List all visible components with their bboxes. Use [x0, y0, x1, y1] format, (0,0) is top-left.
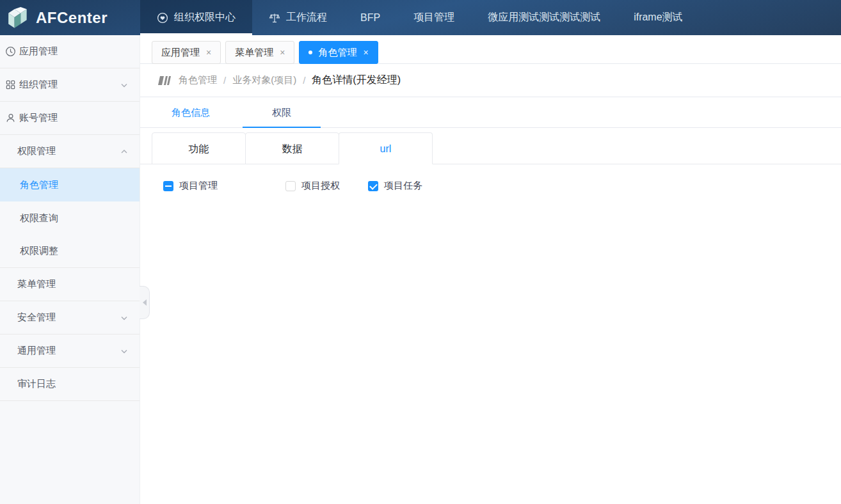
sidebar-item-account-management[interactable]: 账号管理 [0, 102, 140, 135]
page-tab-label: 角色管理 [318, 47, 356, 59]
sidebar-item-app-management[interactable]: 应用管理 [0, 35, 140, 68]
sidebar-item-label: 权限查询 [20, 212, 58, 224]
checkbox-checked[interactable] [368, 181, 378, 191]
sidebar-item-label: 审计日志 [17, 378, 56, 390]
sidebar-item-label: 账号管理 [19, 112, 58, 124]
checkbox-indeterminate[interactable] [163, 181, 173, 191]
nav-item-label: 项目管理 [413, 11, 454, 24]
main-content: 应用管理 × 菜单管理 × 角色管理 × [140, 35, 841, 504]
clock-icon [5, 46, 16, 57]
sidebar-item-label: 菜单管理 [17, 278, 56, 290]
nav-item-label: 工作流程 [286, 11, 327, 24]
brand-logo[interactable]: AFCenter [0, 0, 140, 35]
breadcrumb-item-role-management[interactable]: 角色管理 [179, 74, 217, 86]
sidebar-item-organization-management[interactable]: 组织管理 [0, 68, 140, 102]
active-dot-icon [308, 51, 312, 54]
close-icon[interactable]: × [280, 48, 285, 57]
brand-name: AFCenter [36, 9, 108, 27]
tab-label: 数据 [282, 143, 303, 154]
tab-permission[interactable]: 权限 [243, 97, 321, 127]
sidebar-item-permission-adjust[interactable]: 权限调整 [0, 235, 140, 268]
chevron-up-icon [120, 148, 128, 155]
page-tab-label: 菜单管理 [235, 47, 273, 59]
sidebar-item-label: 权限调整 [20, 245, 58, 257]
checkbox-label[interactable]: 项目管理 [179, 180, 218, 192]
sidebar-item-label: 通用管理 [17, 345, 56, 357]
breadcrumb: 角色管理 / 业务对象(项目) / 角色详情(开发经理) [140, 64, 841, 97]
user-icon [5, 113, 16, 123]
tab-label: 角色信息 [172, 107, 210, 118]
nav-item-microapp-test[interactable]: 微应用测试测试测试测试 [471, 0, 617, 35]
sidebar-item-security-management[interactable]: 安全管理 [0, 301, 140, 335]
chevron-down-icon [120, 347, 128, 355]
sidebar-item-general-management[interactable]: 通用管理 [0, 335, 140, 368]
nav-item-label: BFP [360, 12, 380, 24]
scale-icon [269, 12, 280, 24]
afcenter-logo-icon [6, 6, 31, 29]
page-tab-menu-management[interactable]: 菜单管理 × [225, 41, 294, 64]
sidebar-item-permission-query[interactable]: 权限查询 [0, 201, 140, 235]
heart-circle-icon [157, 12, 168, 24]
tab-label: 权限 [272, 107, 291, 118]
sidebar-item-label: 组织管理 [19, 79, 58, 91]
nav-item-iframe-test[interactable]: iframe测试 [617, 0, 699, 35]
url-permission-list: 项目管理 项目授权 项目任务 [140, 164, 841, 192]
tab-url[interactable]: url [339, 132, 433, 164]
chevron-down-icon [120, 314, 128, 322]
permission-item-project-authorization: 项目授权 [285, 180, 340, 192]
nav-item-label: 微应用测试测试测试测试 [488, 11, 600, 24]
close-icon[interactable]: × [363, 48, 368, 57]
checkbox-unchecked[interactable] [285, 181, 296, 191]
nav-item-label: iframe测试 [634, 11, 682, 24]
top-navigation: 组织权限中心 工作流程 BFP 项目管理 微应用测试测试测试测试 [140, 0, 700, 35]
slashes-icon [157, 75, 172, 86]
permission-type-tabs: 功能 数据 url [140, 128, 841, 164]
tab-function[interactable]: 功能 [152, 132, 246, 164]
page-tab-app-management[interactable]: 应用管理 × [152, 41, 221, 64]
permission-item-project-task: 项目任务 [368, 180, 422, 192]
sidebar-item-permission-management[interactable]: 权限管理 [0, 135, 140, 168]
breadcrumb-separator: / [223, 75, 226, 86]
breadcrumb-item-role-detail: 角色详情(开发经理) [312, 74, 401, 87]
sidebar-item-role-management[interactable]: 角色管理 [0, 168, 140, 201]
page-tab-label: 应用管理 [161, 47, 200, 59]
tab-label: 功能 [189, 143, 209, 154]
checkbox-label[interactable]: 项目任务 [384, 180, 422, 192]
sidebar-item-menu-management[interactable]: 菜单管理 [0, 268, 140, 301]
sidebar-collapse-handle[interactable] [140, 286, 150, 319]
nav-item-bfp[interactable]: BFP [344, 0, 397, 35]
sidebar: 应用管理 组织管理 [0, 35, 140, 504]
permission-item-project-management: 项目管理 [163, 180, 218, 192]
top-bar: AFCenter 组织权限中心 工作流程 [0, 0, 841, 35]
page-tab-role-management[interactable]: 角色管理 × [299, 41, 378, 64]
nav-item-org-permission-center[interactable]: 组织权限中心 [140, 0, 252, 35]
tab-label: url [380, 143, 392, 154]
breadcrumb-separator: / [303, 75, 305, 86]
sidebar-item-label: 应用管理 [19, 45, 58, 58]
breadcrumb-item-business-object[interactable]: 业务对象(项目) [232, 74, 296, 86]
tab-role-info[interactable]: 角色信息 [152, 97, 230, 127]
org-icon [5, 79, 16, 90]
nav-item-label: 组织权限中心 [174, 11, 236, 24]
nav-item-project-management[interactable]: 项目管理 [397, 0, 471, 35]
open-page-tabstrip: 应用管理 × 菜单管理 × 角色管理 × [140, 35, 841, 64]
sidebar-item-label: 权限管理 [17, 145, 56, 157]
sidebar-item-audit-log[interactable]: 审计日志 [0, 368, 140, 401]
app-window: AFCenter 组织权限中心 工作流程 [0, 0, 841, 504]
checkbox-label[interactable]: 项目授权 [301, 180, 340, 192]
nav-item-workflow[interactable]: 工作流程 [252, 0, 344, 35]
close-icon[interactable]: × [206, 48, 211, 57]
collapse-arrow-icon [143, 299, 147, 306]
sidebar-item-label: 安全管理 [17, 311, 56, 324]
role-detail-tabs: 角色信息 权限 [140, 97, 841, 128]
tab-data[interactable]: 数据 [245, 132, 339, 164]
chevron-down-icon [120, 81, 128, 89]
sidebar-item-label: 角色管理 [20, 179, 58, 191]
